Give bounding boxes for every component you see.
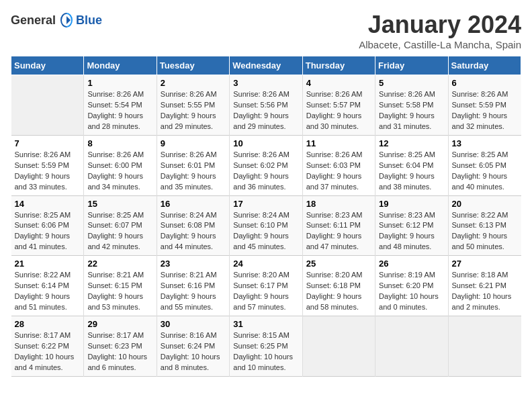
day-number: 10 xyxy=(233,138,298,148)
calendar-cell: 10Sunrise: 8:26 AMSunset: 6:02 PMDayligh… xyxy=(230,135,302,195)
calendar-cell: 5Sunrise: 8:26 AMSunset: 5:58 PMDaylight… xyxy=(375,75,448,136)
day-number: 11 xyxy=(306,138,371,148)
day-info: Sunrise: 8:19 AMSunset: 6:20 PMDaylight:… xyxy=(379,270,444,313)
weekday-header-sunday: Sunday xyxy=(11,56,84,75)
logo-general-text: General xyxy=(11,13,56,28)
calendar-cell: 2Sunrise: 8:26 AMSunset: 5:55 PMDaylight… xyxy=(157,75,229,136)
calendar-week-row: 14Sunrise: 8:25 AMSunset: 6:06 PMDayligh… xyxy=(11,195,521,256)
logo-icon xyxy=(57,11,76,30)
day-info: Sunrise: 8:26 AMSunset: 5:58 PMDaylight:… xyxy=(379,89,444,132)
day-info: Sunrise: 8:25 AMSunset: 6:04 PMDaylight:… xyxy=(379,150,444,193)
day-info: Sunrise: 8:24 AMSunset: 6:08 PMDaylight:… xyxy=(161,210,226,253)
day-number: 30 xyxy=(161,319,226,329)
calendar-cell: 24Sunrise: 8:20 AMSunset: 6:17 PMDayligh… xyxy=(230,256,302,316)
calendar-cell: 6Sunrise: 8:26 AMSunset: 5:59 PMDaylight… xyxy=(448,75,521,136)
day-number: 4 xyxy=(306,78,371,88)
day-number: 7 xyxy=(15,138,81,148)
calendar-cell: 11Sunrise: 8:26 AMSunset: 6:03 PMDayligh… xyxy=(302,135,375,195)
day-info: Sunrise: 8:26 AMSunset: 5:54 PMDaylight:… xyxy=(87,89,152,132)
day-info: Sunrise: 8:17 AMSunset: 6:23 PMDaylight:… xyxy=(87,330,152,373)
day-info: Sunrise: 8:26 AMSunset: 5:56 PMDaylight:… xyxy=(233,89,298,132)
day-info: Sunrise: 8:21 AMSunset: 6:15 PMDaylight:… xyxy=(87,270,152,313)
day-number: 1 xyxy=(87,78,152,88)
day-info: Sunrise: 8:26 AMSunset: 6:03 PMDaylight:… xyxy=(306,150,371,193)
day-number: 23 xyxy=(161,259,226,269)
day-number: 21 xyxy=(15,259,81,269)
day-info: Sunrise: 8:24 AMSunset: 6:10 PMDaylight:… xyxy=(233,210,298,253)
calendar-cell: 20Sunrise: 8:22 AMSunset: 6:13 PMDayligh… xyxy=(448,195,521,256)
weekday-header-thursday: Thursday xyxy=(302,56,375,75)
day-number: 5 xyxy=(379,78,444,88)
calendar-week-row: 7Sunrise: 8:26 AMSunset: 5:59 PMDaylight… xyxy=(11,135,521,195)
calendar-cell: 16Sunrise: 8:24 AMSunset: 6:08 PMDayligh… xyxy=(157,195,229,256)
calendar-cell: 25Sunrise: 8:20 AMSunset: 6:18 PMDayligh… xyxy=(302,256,375,316)
calendar-cell xyxy=(375,316,448,377)
day-info: Sunrise: 8:22 AMSunset: 6:14 PMDaylight:… xyxy=(15,270,81,313)
day-number: 29 xyxy=(87,319,152,329)
day-info: Sunrise: 8:16 AMSunset: 6:24 PMDaylight:… xyxy=(161,330,226,373)
calendar-cell: 1Sunrise: 8:26 AMSunset: 5:54 PMDaylight… xyxy=(84,75,157,136)
day-info: Sunrise: 8:26 AMSunset: 5:55 PMDaylight:… xyxy=(161,89,226,132)
calendar-cell: 7Sunrise: 8:26 AMSunset: 5:59 PMDaylight… xyxy=(11,135,84,195)
calendar-cell: 15Sunrise: 8:25 AMSunset: 6:07 PMDayligh… xyxy=(84,195,157,256)
title-section: January 2024 Albacete, Castille-La Manch… xyxy=(359,11,521,50)
day-info: Sunrise: 8:26 AMSunset: 6:02 PMDaylight:… xyxy=(233,150,298,193)
calendar-cell: 28Sunrise: 8:17 AMSunset: 6:22 PMDayligh… xyxy=(11,316,84,377)
day-info: Sunrise: 8:25 AMSunset: 6:07 PMDaylight:… xyxy=(87,210,152,253)
day-info: Sunrise: 8:25 AMSunset: 6:05 PMDaylight:… xyxy=(452,150,518,193)
day-number: 20 xyxy=(452,199,518,209)
day-number: 15 xyxy=(87,199,152,209)
calendar-cell: 31Sunrise: 8:15 AMSunset: 6:25 PMDayligh… xyxy=(230,316,302,377)
calendar-cell: 21Sunrise: 8:22 AMSunset: 6:14 PMDayligh… xyxy=(11,256,84,316)
calendar-cell: 27Sunrise: 8:18 AMSunset: 6:21 PMDayligh… xyxy=(448,256,521,316)
day-number: 13 xyxy=(452,138,518,148)
calendar-cell xyxy=(11,75,84,136)
calendar-week-row: 1Sunrise: 8:26 AMSunset: 5:54 PMDaylight… xyxy=(11,75,521,136)
day-number: 8 xyxy=(87,138,152,148)
calendar-week-row: 28Sunrise: 8:17 AMSunset: 6:22 PMDayligh… xyxy=(11,316,521,377)
calendar-cell: 14Sunrise: 8:25 AMSunset: 6:06 PMDayligh… xyxy=(11,195,84,256)
day-number: 14 xyxy=(15,199,81,209)
day-info: Sunrise: 8:25 AMSunset: 6:06 PMDaylight:… xyxy=(15,210,81,253)
weekday-header-saturday: Saturday xyxy=(448,56,521,75)
day-info: Sunrise: 8:15 AMSunset: 6:25 PMDaylight:… xyxy=(233,330,298,373)
calendar-cell xyxy=(448,316,521,377)
day-info: Sunrise: 8:23 AMSunset: 6:12 PMDaylight:… xyxy=(379,210,444,253)
calendar-title: January 2024 xyxy=(359,11,521,39)
weekday-header-monday: Monday xyxy=(84,56,157,75)
day-number: 16 xyxy=(161,199,226,209)
day-number: 3 xyxy=(233,78,298,88)
calendar-cell: 13Sunrise: 8:25 AMSunset: 6:05 PMDayligh… xyxy=(448,135,521,195)
day-number: 9 xyxy=(161,138,226,148)
calendar-cell: 30Sunrise: 8:16 AMSunset: 6:24 PMDayligh… xyxy=(157,316,229,377)
day-number: 26 xyxy=(379,259,444,269)
day-info: Sunrise: 8:21 AMSunset: 6:16 PMDaylight:… xyxy=(161,270,226,313)
day-number: 12 xyxy=(379,138,444,148)
day-number: 25 xyxy=(306,259,371,269)
weekday-header-wednesday: Wednesday xyxy=(230,56,302,75)
calendar-cell xyxy=(302,316,375,377)
logo: General Blue xyxy=(11,11,102,30)
day-info: Sunrise: 8:26 AMSunset: 5:59 PMDaylight:… xyxy=(452,89,518,132)
calendar-cell: 17Sunrise: 8:24 AMSunset: 6:10 PMDayligh… xyxy=(230,195,302,256)
day-info: Sunrise: 8:17 AMSunset: 6:22 PMDaylight:… xyxy=(15,330,81,373)
day-number: 17 xyxy=(233,199,298,209)
weekday-header-tuesday: Tuesday xyxy=(157,56,229,75)
calendar-cell: 29Sunrise: 8:17 AMSunset: 6:23 PMDayligh… xyxy=(84,316,157,377)
calendar-cell: 26Sunrise: 8:19 AMSunset: 6:20 PMDayligh… xyxy=(375,256,448,316)
day-number: 18 xyxy=(306,199,371,209)
day-info: Sunrise: 8:20 AMSunset: 6:18 PMDaylight:… xyxy=(306,270,371,313)
page-header: General Blue January 2024 Albacete, Cast… xyxy=(11,11,521,50)
calendar-table: SundayMondayTuesdayWednesdayThursdayFrid… xyxy=(11,56,521,377)
calendar-body: 1Sunrise: 8:26 AMSunset: 5:54 PMDaylight… xyxy=(11,75,521,377)
calendar-cell: 22Sunrise: 8:21 AMSunset: 6:15 PMDayligh… xyxy=(84,256,157,316)
calendar-cell: 9Sunrise: 8:26 AMSunset: 6:01 PMDaylight… xyxy=(157,135,229,195)
day-info: Sunrise: 8:26 AMSunset: 6:00 PMDaylight:… xyxy=(87,150,152,193)
calendar-week-row: 21Sunrise: 8:22 AMSunset: 6:14 PMDayligh… xyxy=(11,256,521,316)
calendar-cell: 12Sunrise: 8:25 AMSunset: 6:04 PMDayligh… xyxy=(375,135,448,195)
day-number: 27 xyxy=(452,259,518,269)
day-number: 31 xyxy=(233,319,298,329)
calendar-cell: 3Sunrise: 8:26 AMSunset: 5:56 PMDaylight… xyxy=(230,75,302,136)
day-info: Sunrise: 8:22 AMSunset: 6:13 PMDaylight:… xyxy=(452,210,518,253)
logo-blue-text: Blue xyxy=(76,13,102,28)
